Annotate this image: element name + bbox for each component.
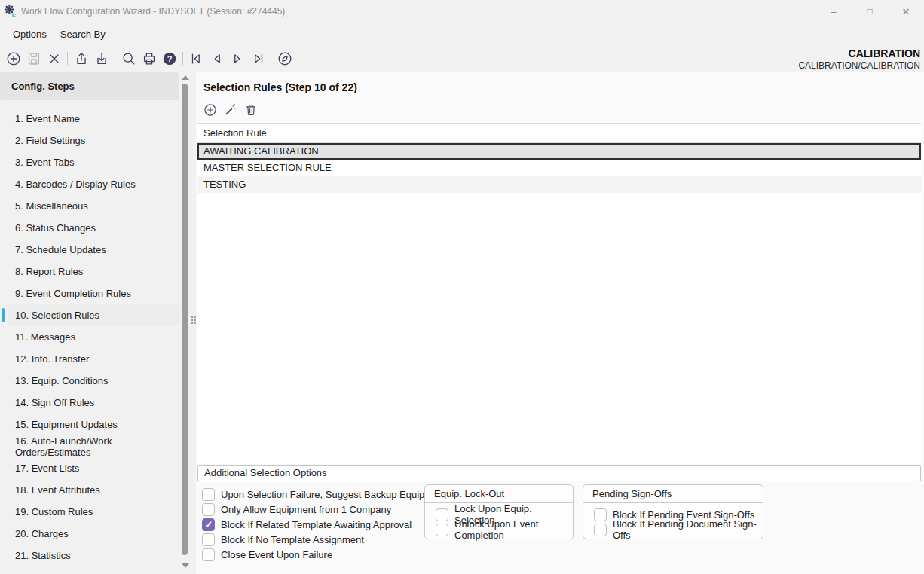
sidebar-item-charges[interactable]: 20. Charges: [8, 523, 179, 545]
checkbox[interactable]: [202, 488, 215, 501]
delete-x-icon: [46, 50, 63, 67]
search-button[interactable]: [118, 47, 139, 70]
table-column-header: Selection Rule: [197, 124, 921, 143]
import-button[interactable]: [91, 47, 112, 70]
option-suggest-backup[interactable]: Upon Selection Failure, Suggest Backup E…: [202, 487, 446, 502]
rule-action-toolbar: [200, 101, 261, 119]
window-title: Work Flow Configuration Wizard - INDYSOF…: [21, 6, 285, 17]
table-row[interactable]: MASTER SELECTION RULE: [197, 160, 921, 176]
additional-options-list: Upon Selection Failure, Suggest Backup E…: [202, 487, 446, 562]
add-button[interactable]: [3, 47, 23, 70]
main-toolbar: ?: [3, 46, 295, 71]
close-button[interactable]: ✕: [888, 0, 924, 23]
checkbox[interactable]: [202, 533, 215, 546]
table-row[interactable]: AWAITING CALIBRATION: [197, 143, 921, 160]
sidebar-item-sign-off-rules[interactable]: 14. Sign Off Rules: [8, 392, 179, 414]
checkbox[interactable]: [436, 524, 448, 536]
selection-rule-table: Selection Rule AWAITING CALIBRATION MAST…: [197, 123, 921, 464]
app-logo-icon: c: [3, 4, 18, 19]
checkbox[interactable]: [594, 508, 607, 521]
checkbox[interactable]: [202, 548, 215, 561]
group-title: Pending Sign-Offs: [583, 485, 763, 503]
checkbox[interactable]: [202, 503, 215, 516]
maximize-button[interactable]: □: [852, 0, 888, 23]
additional-options-header: Additional Selection Options: [197, 465, 921, 481]
export-button[interactable]: [71, 47, 91, 70]
checkbox[interactable]: [202, 518, 215, 531]
sidebar-item-event-attributes[interactable]: 18. Event Attributes: [8, 479, 179, 501]
sidebar-item-custom-rules[interactable]: 19. Custom Rules: [8, 501, 179, 523]
menu-options[interactable]: Options: [6, 25, 54, 44]
option-block-pending-document-signoffs[interactable]: Block If Pending Document Sign-Offs: [594, 522, 763, 537]
option-unlock-upon-completion[interactable]: Unlock Upon Event Completion: [436, 522, 573, 537]
toolbar-separator: [115, 52, 115, 65]
delete-button[interactable]: [44, 47, 64, 70]
scrollbar-thumb[interactable]: [182, 84, 188, 555]
save-button[interactable]: [23, 47, 44, 70]
checkbox[interactable]: [436, 508, 448, 521]
compass-icon: [277, 50, 293, 67]
delete-rule-button[interactable]: [240, 101, 261, 119]
help-button[interactable]: ?: [159, 47, 179, 70]
sidebar-item-event-tabs[interactable]: 3. Event Tabs: [8, 151, 179, 173]
sidebar-item-event-completion-rules[interactable]: 9. Event Completion Rules: [8, 282, 179, 304]
sidebar-item-schedule-updates[interactable]: 7. Schedule Updates: [8, 239, 179, 261]
add-rule-button[interactable]: [200, 101, 220, 119]
trash-icon: [243, 102, 259, 118]
save-icon: [26, 50, 42, 67]
sidebar-item-statistics[interactable]: 21. Statistics: [8, 545, 179, 566]
option-close-event-on-failure[interactable]: Close Event Upon Failure: [202, 547, 446, 562]
svg-text:?: ?: [167, 54, 172, 63]
event-title: CALIBRATION: [798, 47, 920, 60]
scroll-down-arrow-icon[interactable]: [182, 563, 189, 568]
sidebar-item-barcodes-display-rules[interactable]: 4. Barcodes / Display Rules: [8, 173, 179, 195]
print-button[interactable]: [139, 47, 159, 70]
sidebar-item-equipment-updates[interactable]: 15. Equipment Updates: [8, 414, 179, 435]
menu-search-by[interactable]: Search By: [54, 25, 112, 44]
svg-text:c: c: [12, 11, 16, 19]
previous-record-button[interactable]: [207, 47, 227, 70]
menu-bar: Options Search By: [0, 23, 924, 45]
add-circle-icon: [203, 102, 218, 118]
pending-signoffs-group: Pending Sign-Offs Block If Pending Event…: [583, 484, 763, 539]
last-record-icon: [249, 50, 266, 67]
import-icon: [93, 50, 110, 67]
first-record-button[interactable]: [186, 47, 207, 70]
navigator-button[interactable]: [274, 47, 295, 70]
sidebar-item-event-name[interactable]: 1. Event Name: [8, 108, 179, 130]
sidebar-item-event-lists[interactable]: 17. Event Lists: [8, 457, 179, 479]
scroll-up-arrow-icon[interactable]: [182, 75, 189, 80]
sidebar-item-info-transfer[interactable]: 12. Info. Transfer: [8, 348, 179, 370]
next-record-button[interactable]: [227, 47, 247, 70]
sidebar-item-status-changes[interactable]: 6. Status Changes: [8, 217, 179, 239]
toolbar-separator: [271, 52, 271, 65]
sidebar-item-messages[interactable]: 11. Messages: [8, 326, 179, 348]
printer-icon: [141, 50, 158, 67]
option-block-no-template[interactable]: Block If No Template Assignment: [202, 532, 446, 547]
equip-lockout-group: Equip. Lock-Out Lock Upon Equip. Selecti…: [424, 484, 574, 539]
checkbox[interactable]: [594, 524, 607, 536]
option-one-company[interactable]: Only Allow Equipment from 1 Company: [202, 502, 446, 517]
minimize-button[interactable]: –: [815, 0, 852, 23]
first-record-icon: [188, 50, 205, 67]
table-rows: AWAITING CALIBRATION MASTER SELECTION RU…: [197, 143, 921, 193]
search-icon: [121, 50, 137, 67]
last-record-button[interactable]: [247, 47, 268, 70]
edit-rule-button[interactable]: [220, 101, 240, 119]
sidebar-scrollbar[interactable]: [180, 72, 189, 574]
page-title: Selection Rules (Step 10 of 22): [203, 81, 357, 93]
config-steps-sidebar: Config. Steps 1. Event Name 2. Field Set…: [0, 72, 179, 574]
sidebar-item-auto-launch[interactable]: 16. Auto-Launch/Work Orders/Estimates: [8, 435, 179, 457]
sidebar-item-miscellaneous[interactable]: 5. Miscellaneous: [8, 195, 179, 217]
sidebar-item-selection-rules[interactable]: 10. Selection Rules: [8, 304, 179, 326]
event-subtitle: CALIBRATION/CALIBRATION: [798, 60, 920, 71]
main-panel: Selection Rules (Step 10 of 22) Selectio…: [196, 72, 924, 574]
sidebar-item-equip-conditions[interactable]: 13. Equip. Conditions: [8, 370, 179, 392]
table-row[interactable]: TESTING: [197, 176, 921, 193]
sidebar-item-field-settings[interactable]: 2. Field Settings: [8, 130, 179, 151]
sidebar-item-report-rules[interactable]: 8. Report Rules: [8, 261, 179, 282]
toolbar-separator: [67, 52, 68, 65]
option-block-awaiting-approval[interactable]: Block If Related Template Awaiting Appro…: [202, 517, 446, 532]
step-list: 1. Event Name 2. Field Settings 3. Event…: [0, 108, 179, 566]
wizard-header: CALIBRATION CALIBRATION/CALIBRATION: [798, 47, 920, 71]
